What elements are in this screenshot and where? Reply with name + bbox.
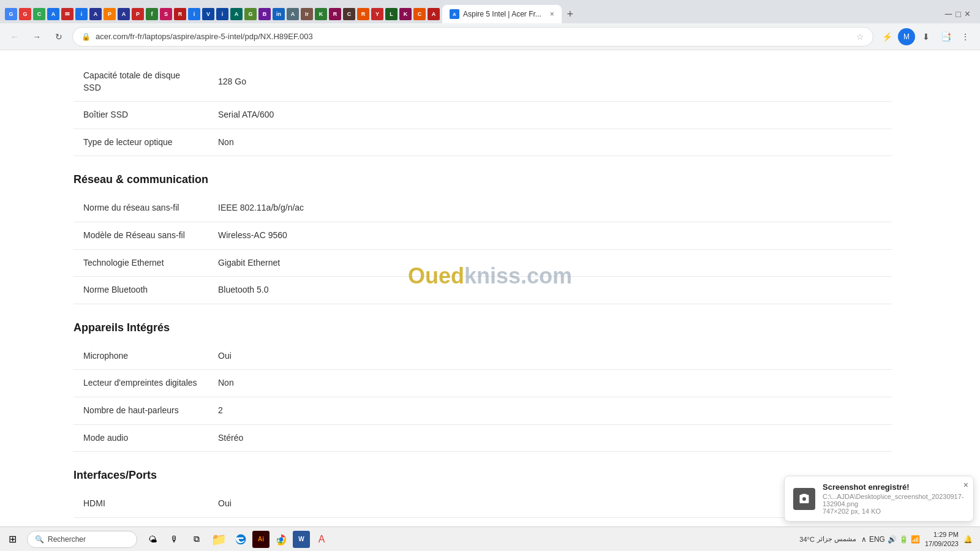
bookmark-button[interactable]: 📑 xyxy=(937,28,954,45)
tab-favicon-8[interactable]: P xyxy=(104,8,116,20)
taskbar-app-illustrator[interactable]: Ai xyxy=(252,531,270,548)
table-row: Capacité totale de disque SSD 128 Go xyxy=(74,62,892,102)
tab-favicon-11[interactable]: f xyxy=(146,8,158,20)
language-indicator[interactable]: ENG xyxy=(869,535,885,544)
ports-section-title: Interfaces/Ports xyxy=(74,469,892,482)
tab-favicon-24[interactable]: R xyxy=(329,8,341,20)
active-tab[interactable]: A Aspire 5 Intel | Acer Fr... xyxy=(442,5,562,23)
system-tray-icon[interactable]: ∧ xyxy=(861,535,867,544)
tab-favicon-18[interactable]: G xyxy=(244,8,257,20)
refresh-button[interactable]: ↻ xyxy=(50,28,67,45)
browser-actions: ⚡ M ⬇ 📑 ⋮ xyxy=(878,28,974,45)
table-row: Nombre de haut-parleurs 2 xyxy=(74,397,892,424)
tab-favicon-21[interactable]: A xyxy=(287,8,299,20)
table-row: Lecteur d'empreintes digitales Non xyxy=(74,370,892,397)
tab-favicon-3[interactable]: C xyxy=(33,8,45,20)
spec-value: Bluetooth 5.0 xyxy=(208,277,892,304)
close-button[interactable]: × xyxy=(965,9,970,20)
tab-favicon-22[interactable]: Ir xyxy=(301,8,313,20)
network-icon[interactable]: 📶 xyxy=(911,535,920,544)
tab-favicon-6[interactable]: i xyxy=(75,8,88,20)
spec-label-speakers: Nombre de haut-parleurs xyxy=(74,397,208,424)
battery-icon[interactable]: 🔋 xyxy=(899,535,908,544)
taskbar-app-taskview[interactable]: ⧉ xyxy=(186,529,207,550)
download-button[interactable]: ⬇ xyxy=(918,28,935,45)
star-icon[interactable]: ☆ xyxy=(856,32,864,42)
table-row: HDMI Oui xyxy=(74,490,892,517)
taskbar-apps: 🌤 🎙 ⧉ 📁 Ai W A xyxy=(142,529,332,550)
taskbar-app-cortana[interactable]: 🎙 xyxy=(164,529,185,550)
network-section-title: Réseau & communication xyxy=(74,173,892,186)
tab-favicon-26[interactable]: R xyxy=(357,8,369,20)
integrated-table: Microphone Oui Lecteur d'empreintes digi… xyxy=(74,343,892,452)
tab-favicon-13[interactable]: R xyxy=(174,8,186,20)
taskbar-app-acrobat[interactable]: A xyxy=(311,529,332,550)
tab-favicon-29[interactable]: K xyxy=(399,8,412,20)
spec-label: Capacité totale de disque SSD xyxy=(74,62,208,102)
spec-label: Technologie Ethernet xyxy=(74,249,208,277)
search-icon: 🔍 xyxy=(35,535,44,544)
notification-close-button[interactable]: × xyxy=(963,480,968,490)
spec-value: Gigabit Ethernet xyxy=(208,249,892,277)
ports-section: Interfaces/Ports HDMI Oui Nombre de port… xyxy=(74,469,892,527)
time-display: 1:29 PM xyxy=(925,530,959,539)
spec-value-fingerprint: Non xyxy=(208,370,892,397)
tab-favicon-16[interactable]: i xyxy=(216,8,228,20)
start-button[interactable]: ⊞ xyxy=(0,527,24,552)
taskbar-app-widgets[interactable]: 🌤 xyxy=(142,529,163,550)
tab-bar: G G C A ✉ i A P A P f S R i V i A G B in… xyxy=(0,0,980,23)
spec-value: Wireless-AC 9560 xyxy=(208,222,892,249)
tab-favicon-4[interactable]: A xyxy=(47,8,59,20)
tab-favicon-5[interactable]: ✉ xyxy=(61,8,74,20)
taskbar-app-chrome[interactable] xyxy=(271,529,292,550)
tab-favicon-20[interactable]: in xyxy=(273,8,285,20)
tab-favicon-15[interactable]: V xyxy=(202,8,214,20)
tab-favicon-19[interactable]: B xyxy=(258,8,271,20)
active-tab-title: Aspire 5 Intel | Acer Fr... xyxy=(463,10,541,18)
page-content: Capacité totale de disque SSD 128 Go Boî… xyxy=(0,50,980,527)
tab-favicon-25[interactable]: C xyxy=(343,8,355,20)
tab-favicon-2[interactable]: G xyxy=(19,8,31,20)
back-button[interactable]: ← xyxy=(6,28,23,45)
tab-favicon-23[interactable]: K xyxy=(315,8,327,20)
active-tab-favicon: A xyxy=(450,9,459,19)
browser-toolbar: ← → ↻ 🔒 acer.com/fr-fr/laptops/aspire/as… xyxy=(0,23,980,50)
profile-button[interactable]: M xyxy=(898,28,915,45)
notification-path: C:\...AJDA\Desktop\ice_screenshot_202309… xyxy=(823,493,965,508)
tab-favicon-7[interactable]: A xyxy=(89,8,102,20)
spec-value-audio: Stéréo xyxy=(208,424,892,452)
spec-label-hdmi: HDMI xyxy=(74,490,208,517)
minimize-button[interactable]: ─ xyxy=(945,9,952,20)
taskbar-clock[interactable]: 1:29 PM 17/09/2023 xyxy=(925,530,959,548)
tab-favicon-10[interactable]: P xyxy=(132,8,144,20)
sound-icon[interactable]: 🔊 xyxy=(888,535,897,544)
tab-favicon-28[interactable]: L xyxy=(385,8,398,20)
taskbar-app-explorer[interactable]: 📁 xyxy=(208,529,229,550)
tab-favicon-30[interactable]: C xyxy=(413,8,426,20)
tab-favicon-9[interactable]: A xyxy=(118,8,130,20)
tab-favicon-12[interactable]: S xyxy=(160,8,172,20)
taskbar-search[interactable]: 🔍 Rechercher xyxy=(27,531,137,548)
menu-button[interactable]: ⋮ xyxy=(957,28,974,45)
spec-value: Non xyxy=(208,129,892,156)
extensions-button[interactable]: ⚡ xyxy=(878,28,895,45)
browser-chrome: G G C A ✉ i A P A P f S R i V i A G B in… xyxy=(0,0,980,50)
tab-favicon-g[interactable]: G xyxy=(5,8,17,20)
taskbar-app-word[interactable]: W xyxy=(293,531,310,548)
integrated-section-title: Appareils Intégrés xyxy=(74,321,892,334)
tab-favicon-17[interactable]: A xyxy=(230,8,243,20)
notification-bell[interactable]: 🔔 xyxy=(963,535,973,544)
forward-button[interactable]: → xyxy=(28,28,45,45)
maximize-button[interactable]: □ xyxy=(956,9,960,19)
notification-icon xyxy=(793,488,815,510)
spec-value: Serial ATA/600 xyxy=(208,102,892,129)
new-tab-button[interactable]: + xyxy=(562,6,579,23)
tab-favicon-14[interactable]: i xyxy=(188,8,200,20)
address-bar[interactable]: 🔒 acer.com/fr-fr/laptops/aspire/aspire-5… xyxy=(72,27,873,47)
taskbar-app-browser[interactable] xyxy=(230,529,251,550)
tab-favicon-31[interactable]: A xyxy=(428,8,440,20)
taskbar: ⊞ 🔍 Rechercher 🌤 🎙 ⧉ 📁 Ai W A 34°C مشمس … xyxy=(0,527,980,551)
tab-favicon-27[interactable]: Y xyxy=(371,8,383,20)
chrome-icon xyxy=(275,533,287,545)
notification-title: Screenshot enregistré! xyxy=(823,482,965,492)
